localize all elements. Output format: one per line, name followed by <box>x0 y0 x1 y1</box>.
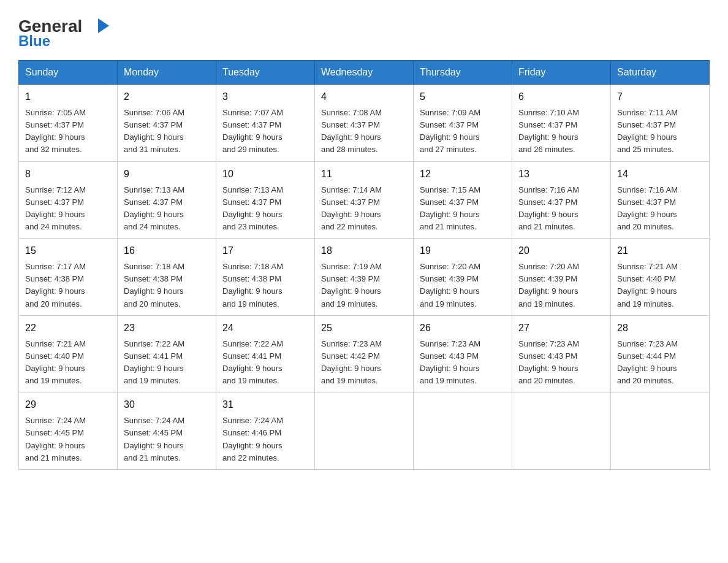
day-info: Sunrise: 7:21 AMSunset: 4:40 PMDaylight:… <box>617 262 678 308</box>
day-number: 11 <box>321 167 407 182</box>
day-info: Sunrise: 7:20 AMSunset: 4:39 PMDaylight:… <box>420 262 480 308</box>
day-cell: 24 Sunrise: 7:22 AMSunset: 4:41 PMDaylig… <box>216 315 315 393</box>
calendar-table: SundayMondayTuesdayWednesdayThursdayFrid… <box>18 60 710 470</box>
day-number: 23 <box>124 321 210 335</box>
day-cell: 8 Sunrise: 7:12 AMSunset: 4:37 PMDayligh… <box>19 161 118 239</box>
day-cell: 19 Sunrise: 7:20 AMSunset: 4:39 PMDaylig… <box>414 239 512 316</box>
day-info: Sunrise: 7:12 AMSunset: 4:37 PMDaylight:… <box>25 185 86 231</box>
day-number: 26 <box>420 321 506 335</box>
day-cell: 15 Sunrise: 7:17 AMSunset: 4:38 PMDaylig… <box>19 239 118 316</box>
day-number: 27 <box>518 321 604 335</box>
day-cell: 4 Sunrise: 7:08 AMSunset: 4:37 PMDayligh… <box>315 85 414 162</box>
day-cell: 11 Sunrise: 7:14 AMSunset: 4:37 PMDaylig… <box>315 161 414 239</box>
day-number: 14 <box>617 167 703 182</box>
day-info: Sunrise: 7:06 AMSunset: 4:37 PMDaylight:… <box>124 108 184 154</box>
day-cell: 28 Sunrise: 7:23 AMSunset: 4:44 PMDaylig… <box>611 315 710 393</box>
day-cell: 23 Sunrise: 7:22 AMSunset: 4:41 PMDaylig… <box>118 315 216 393</box>
week-row-4: 22 Sunrise: 7:21 AMSunset: 4:40 PMDaylig… <box>19 315 710 393</box>
day-cell: 27 Sunrise: 7:23 AMSunset: 4:43 PMDaylig… <box>512 315 611 393</box>
day-number: 12 <box>420 167 506 182</box>
weekday-header-row: SundayMondayTuesdayWednesdayThursdayFrid… <box>19 61 710 85</box>
day-number: 18 <box>321 243 407 258</box>
day-number: 15 <box>25 243 111 258</box>
day-info: Sunrise: 7:15 AMSunset: 4:37 PMDaylight:… <box>420 185 480 231</box>
weekday-header-saturday: Saturday <box>611 61 710 85</box>
day-number: 7 <box>617 90 703 104</box>
day-number: 13 <box>518 167 604 182</box>
day-number: 1 <box>25 90 111 104</box>
day-info: Sunrise: 7:11 AMSunset: 4:37 PMDaylight:… <box>617 108 678 154</box>
day-info: Sunrise: 7:09 AMSunset: 4:37 PMDaylight:… <box>420 108 480 154</box>
day-info: Sunrise: 7:21 AMSunset: 4:40 PMDaylight:… <box>25 339 86 385</box>
day-number: 5 <box>420 90 506 104</box>
day-cell: 18 Sunrise: 7:19 AMSunset: 4:39 PMDaylig… <box>315 239 414 316</box>
week-row-3: 15 Sunrise: 7:17 AMSunset: 4:38 PMDaylig… <box>19 239 710 316</box>
day-number: 22 <box>25 321 111 335</box>
day-cell: 9 Sunrise: 7:13 AMSunset: 4:37 PMDayligh… <box>118 161 216 239</box>
week-row-5: 29 Sunrise: 7:24 AMSunset: 4:45 PMDaylig… <box>19 393 710 470</box>
day-number: 3 <box>222 90 308 104</box>
day-info: Sunrise: 7:13 AMSunset: 4:37 PMDaylight:… <box>124 185 184 231</box>
day-cell: 17 Sunrise: 7:18 AMSunset: 4:38 PMDaylig… <box>216 239 315 316</box>
weekday-header-tuesday: Tuesday <box>216 61 315 85</box>
weekday-header-sunday: Sunday <box>19 61 118 85</box>
day-cell: 5 Sunrise: 7:09 AMSunset: 4:37 PMDayligh… <box>414 85 512 162</box>
weekday-header-monday: Monday <box>118 61 216 85</box>
day-info: Sunrise: 7:23 AMSunset: 4:42 PMDaylight:… <box>321 339 382 385</box>
day-number: 16 <box>124 243 210 258</box>
day-info: Sunrise: 7:16 AMSunset: 4:37 PMDaylight:… <box>617 185 678 231</box>
day-number: 19 <box>420 243 506 258</box>
day-info: Sunrise: 7:18 AMSunset: 4:38 PMDaylight:… <box>222 262 283 308</box>
day-number: 2 <box>124 90 210 104</box>
day-info: Sunrise: 7:07 AMSunset: 4:37 PMDaylight:… <box>222 108 283 154</box>
svg-marker-1 <box>98 18 109 33</box>
day-info: Sunrise: 7:24 AMSunset: 4:45 PMDaylight:… <box>124 416 184 462</box>
day-info: Sunrise: 7:20 AMSunset: 4:39 PMDaylight:… <box>518 262 579 308</box>
day-cell: 26 Sunrise: 7:23 AMSunset: 4:43 PMDaylig… <box>414 315 512 393</box>
day-number: 29 <box>25 397 111 412</box>
day-number: 17 <box>222 243 308 258</box>
day-cell: 12 Sunrise: 7:15 AMSunset: 4:37 PMDaylig… <box>414 161 512 239</box>
day-cell: 25 Sunrise: 7:23 AMSunset: 4:42 PMDaylig… <box>315 315 414 393</box>
day-info: Sunrise: 7:05 AMSunset: 4:37 PMDaylight:… <box>25 108 86 154</box>
day-number: 28 <box>617 321 703 335</box>
day-info: Sunrise: 7:10 AMSunset: 4:37 PMDaylight:… <box>518 108 579 154</box>
day-info: Sunrise: 7:14 AMSunset: 4:37 PMDaylight:… <box>321 185 382 231</box>
day-cell <box>315 393 414 470</box>
day-info: Sunrise: 7:24 AMSunset: 4:46 PMDaylight:… <box>222 416 283 462</box>
day-info: Sunrise: 7:19 AMSunset: 4:39 PMDaylight:… <box>321 262 382 308</box>
weekday-header-friday: Friday <box>512 61 611 85</box>
day-cell: 6 Sunrise: 7:10 AMSunset: 4:37 PMDayligh… <box>512 85 611 162</box>
day-info: Sunrise: 7:13 AMSunset: 4:37 PMDaylight:… <box>222 185 283 231</box>
day-number: 20 <box>518 243 604 258</box>
page-header: General Blue <box>18 12 710 49</box>
day-cell <box>611 393 710 470</box>
day-cell: 30 Sunrise: 7:24 AMSunset: 4:45 PMDaylig… <box>118 393 216 470</box>
day-cell: 20 Sunrise: 7:20 AMSunset: 4:39 PMDaylig… <box>512 239 611 316</box>
week-row-1: 1 Sunrise: 7:05 AMSunset: 4:37 PMDayligh… <box>19 85 710 162</box>
day-info: Sunrise: 7:23 AMSunset: 4:43 PMDaylight:… <box>420 339 480 385</box>
day-number: 8 <box>25 167 111 182</box>
day-number: 25 <box>321 321 407 335</box>
day-info: Sunrise: 7:17 AMSunset: 4:38 PMDaylight:… <box>25 262 86 308</box>
svg-text:Blue: Blue <box>18 33 50 49</box>
day-cell: 13 Sunrise: 7:16 AMSunset: 4:37 PMDaylig… <box>512 161 611 239</box>
day-number: 30 <box>124 397 210 412</box>
logo-svg: General Blue <box>18 12 116 49</box>
day-info: Sunrise: 7:22 AMSunset: 4:41 PMDaylight:… <box>124 339 184 385</box>
day-cell <box>414 393 512 470</box>
weekday-header-wednesday: Wednesday <box>315 61 414 85</box>
day-number: 10 <box>222 167 308 182</box>
day-cell: 16 Sunrise: 7:18 AMSunset: 4:38 PMDaylig… <box>118 239 216 316</box>
day-number: 6 <box>518 90 604 104</box>
day-info: Sunrise: 7:16 AMSunset: 4:37 PMDaylight:… <box>518 185 579 231</box>
day-cell: 1 Sunrise: 7:05 AMSunset: 4:37 PMDayligh… <box>19 85 118 162</box>
day-cell: 31 Sunrise: 7:24 AMSunset: 4:46 PMDaylig… <box>216 393 315 470</box>
day-number: 24 <box>222 321 308 335</box>
day-cell: 21 Sunrise: 7:21 AMSunset: 4:40 PMDaylig… <box>611 239 710 316</box>
day-info: Sunrise: 7:23 AMSunset: 4:44 PMDaylight:… <box>617 339 678 385</box>
day-cell: 29 Sunrise: 7:24 AMSunset: 4:45 PMDaylig… <box>19 393 118 470</box>
day-number: 31 <box>222 397 308 412</box>
day-info: Sunrise: 7:24 AMSunset: 4:45 PMDaylight:… <box>25 416 86 462</box>
day-info: Sunrise: 7:18 AMSunset: 4:38 PMDaylight:… <box>124 262 184 308</box>
